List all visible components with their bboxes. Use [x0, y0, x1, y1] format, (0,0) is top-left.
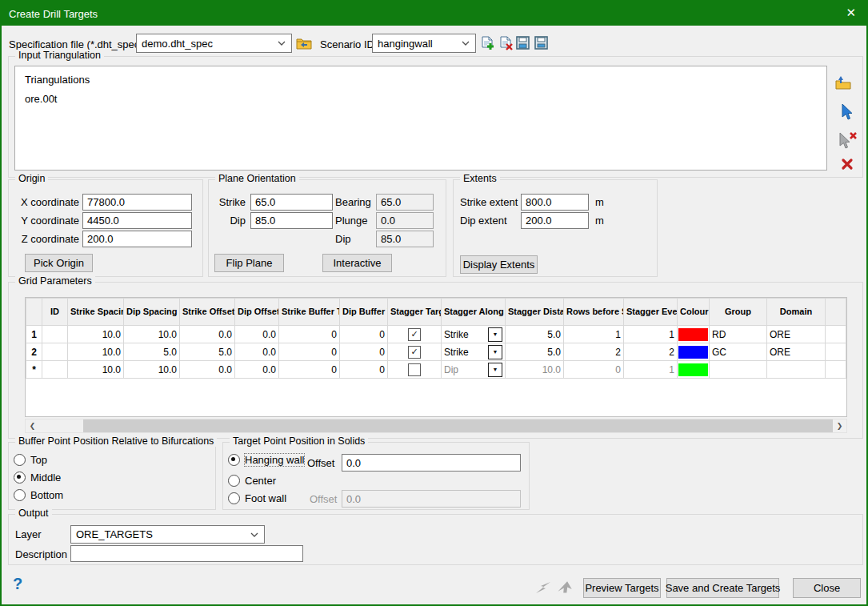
column-header[interactable]: Dip Offset (m) [235, 299, 279, 326]
grid-cell-domain[interactable]: ORE [767, 343, 826, 361]
save-and-create-targets-button[interactable]: Save and Create Targets [666, 578, 779, 598]
column-header[interactable]: Colour [678, 299, 710, 326]
grid-cell-strike-offset[interactable]: 5.0 [180, 343, 235, 361]
grid-cell-strike-spacing[interactable]: 10.0 [68, 343, 124, 361]
scroll-right-icon[interactable]: ❯ [833, 419, 846, 432]
grid-cell-dip-spacing[interactable]: 5.0 [124, 343, 180, 361]
grid-cell-id[interactable] [42, 326, 68, 343]
grid-cell-stagger-every[interactable]: 2 [624, 343, 678, 361]
load-triangulation-folder-icon[interactable] [834, 74, 852, 90]
grid-cell-rows-before[interactable]: 1 [564, 326, 624, 343]
grid-cell-id[interactable] [42, 343, 68, 361]
scroll-left-icon[interactable]: ❮ [26, 419, 39, 432]
y-coordinate-input[interactable] [82, 212, 192, 229]
x-coordinate-input[interactable] [82, 194, 192, 211]
column-header[interactable]: Strike Buffer Targets [279, 299, 340, 326]
column-header[interactable]: Group [710, 299, 767, 326]
column-header[interactable]: Stagger Distance (m) [506, 299, 564, 326]
grid-cell-stagger-every[interactable]: 1 [624, 361, 678, 379]
radio-foot-wall[interactable]: Foot wall [228, 492, 286, 504]
dropdown-button[interactable]: ▼ [488, 327, 502, 342]
column-header[interactable]: Stagger Targets [388, 299, 442, 326]
column-header[interactable]: Stagger Every Rows [624, 299, 678, 326]
column-header[interactable]: Strike Spacing (m) [68, 299, 124, 326]
grid-cell-strike-offset[interactable]: 0.0 [180, 326, 235, 343]
z-coordinate-input[interactable] [82, 231, 192, 247]
grid-cell-rows-before[interactable]: 2 [564, 343, 624, 361]
layer-combobox[interactable]: ORE_TARGETS [70, 525, 265, 544]
colour-swatch[interactable] [678, 363, 708, 376]
grid-cell-stagger-every[interactable]: 1 [624, 326, 678, 343]
column-header[interactable]: Domain [767, 299, 826, 326]
strike-extent-input[interactable] [521, 194, 589, 211]
interactive-button[interactable]: Interactive [322, 254, 392, 272]
stagger-along-value[interactable]: Strike [444, 329, 488, 340]
grid-cell-group[interactable] [710, 361, 767, 379]
stagger-targets-checkbox[interactable]: ✓ [408, 328, 421, 341]
column-header[interactable]: ID [42, 299, 68, 326]
grid-cell-strike-buffer[interactable]: 0 [279, 343, 340, 361]
delete-scenario-icon[interactable] [498, 36, 513, 50]
dip-extent-input[interactable] [521, 212, 589, 229]
column-header[interactable]: Strike Offset (m) [180, 299, 235, 326]
grid-cell-strike-offset[interactable]: 0.0 [180, 361, 235, 379]
new-scenario-icon[interactable] [480, 36, 494, 50]
colour-swatch[interactable] [678, 346, 708, 359]
row-header[interactable]: 1 [26, 326, 42, 343]
pick-origin-button[interactable]: Pick Origin [25, 254, 93, 272]
grid-cell-stagger-distance[interactable]: 10.0 [506, 361, 564, 379]
grid-cell-id[interactable] [42, 361, 68, 379]
grid-cell-dip-offset[interactable]: 0.0 [235, 361, 279, 379]
grid-cell-group[interactable]: RD [710, 326, 767, 343]
save-scenario-icon[interactable] [516, 36, 530, 50]
close-button[interactable]: Close [793, 578, 861, 598]
colour-swatch[interactable] [678, 328, 708, 341]
column-header[interactable]: Stagger Along [442, 299, 506, 326]
grid-cell-strike-buffer[interactable]: 0 [279, 326, 340, 343]
grid-cell-strike-spacing[interactable]: 10.0 [68, 326, 124, 343]
deselect-cursor-icon[interactable] [838, 130, 858, 150]
grid-cell-dip-buffer[interactable]: 0 [340, 361, 388, 379]
grid-cell-dip-buffer[interactable]: 0 [340, 326, 388, 343]
grid-cell-domain[interactable]: ORE [767, 326, 826, 343]
offset-input[interactable] [342, 454, 521, 472]
grid-cell-dip-spacing[interactable]: 10.0 [124, 326, 180, 343]
radio-hanging-wall[interactable]: Hanging wall [228, 454, 304, 466]
triangulation-list[interactable]: Triangulations ore.00t [14, 66, 827, 171]
preview-targets-button[interactable]: Preview Targets [583, 578, 661, 598]
grid-horizontal-scrollbar[interactable]: ❮ ❯ [25, 419, 847, 433]
stagger-along-value[interactable]: Strike [444, 347, 488, 358]
grid-cell-domain[interactable] [767, 361, 826, 379]
save-scenario-as-icon[interactable] [534, 36, 548, 50]
display-extents-button[interactable]: Display Extents [460, 255, 538, 274]
stagger-targets-checkbox[interactable]: ✓ [408, 346, 421, 359]
stagger-along-value[interactable]: Dip [444, 364, 488, 375]
help-icon[interactable]: ? [13, 575, 22, 593]
grid-cell-dip-buffer[interactable]: 0 [340, 343, 388, 361]
grid-cell-rows-before[interactable]: 0 [564, 361, 624, 379]
select-cursor-icon[interactable] [841, 103, 855, 121]
column-header[interactable]: Dip Buffer Targets [340, 299, 388, 326]
dropdown-button[interactable]: ▼ [488, 363, 502, 377]
description-input[interactable] [70, 545, 303, 562]
spec-file-combobox[interactable]: demo.dht_spec [136, 34, 292, 53]
grid-cell-dip-offset[interactable]: 0.0 [235, 326, 279, 343]
remove-triangulation-icon[interactable] [841, 158, 854, 171]
radio-top[interactable]: Top [14, 454, 47, 466]
grid-cell-dip-offset[interactable]: 0.0 [235, 343, 279, 361]
grid-cell-strike-buffer[interactable]: 0 [279, 361, 340, 379]
strike-input[interactable] [250, 194, 333, 211]
column-header[interactable]: Rows before Staggering [564, 299, 624, 326]
scrollbar-thumb[interactable] [83, 419, 833, 432]
radio-middle[interactable]: Middle [14, 472, 61, 484]
grid-cell-dip-spacing[interactable]: 10.0 [124, 361, 180, 379]
close-icon[interactable]: ✕ [846, 6, 856, 20]
scenario-id-combobox[interactable]: hangingwall [372, 34, 476, 53]
row-header[interactable]: 2 [26, 343, 42, 361]
radio-center[interactable]: Center [228, 475, 276, 487]
stagger-targets-checkbox[interactable] [408, 363, 421, 376]
browse-spec-folder-icon[interactable] [296, 36, 312, 50]
grid-cell-group[interactable]: GC [710, 343, 767, 361]
dropdown-button[interactable]: ▼ [488, 345, 502, 359]
radio-bottom[interactable]: Bottom [14, 489, 63, 501]
